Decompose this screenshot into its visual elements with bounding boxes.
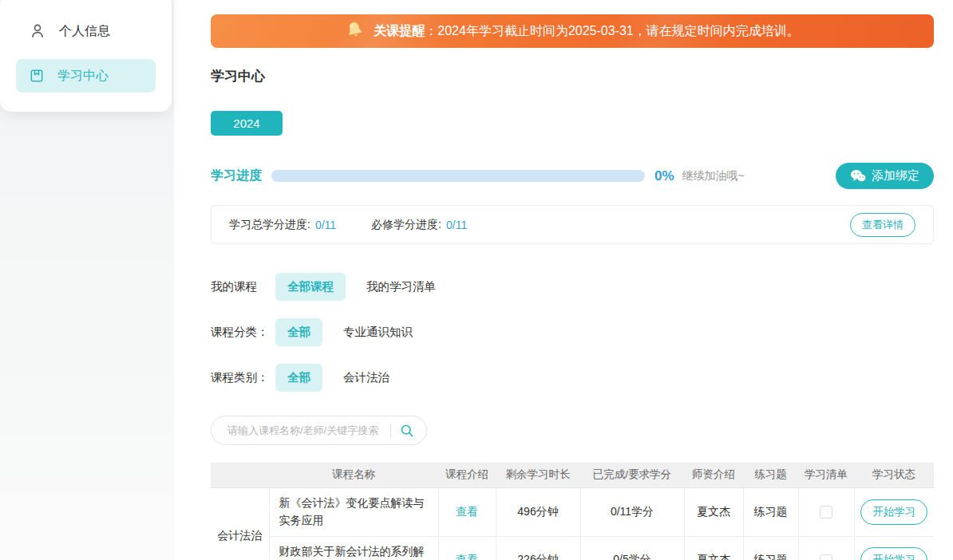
type-all-chip[interactable]: 全部 (275, 364, 322, 392)
search-divider (390, 424, 391, 438)
required-credit-value: 0/11 (446, 219, 467, 231)
type-option-accounting-law[interactable]: 会计法治 (343, 370, 390, 385)
progress-hint: 继续加油哦~ (682, 169, 745, 183)
category-cell: 会计法治 (211, 487, 269, 560)
credit-summary-box: 学习总学分进度: 0/11 必修学分进度: 0/11 查看详情 (211, 205, 934, 244)
search-icon (399, 423, 415, 439)
sidebar-item-personal-info[interactable]: 个人信息 (16, 14, 156, 48)
header-remaining-time: 剩余学习时长 (496, 463, 580, 487)
header-learning-status: 学习状态 (854, 463, 934, 487)
course-category-row: 课程分类： 全部 专业通识知识 (211, 318, 934, 346)
total-credit-label: 学习总学分进度: (229, 218, 310, 232)
learning-list-checkbox[interactable] (820, 554, 832, 560)
exercise-link[interactable]: 练习题 (754, 505, 788, 519)
start-learning-button[interactable]: 开始学习 (860, 547, 927, 560)
teacher-cell: 夏文杰 (684, 487, 743, 536)
teacher-cell: 夏文杰 (684, 536, 743, 560)
wechat-icon (850, 169, 866, 183)
sidebar-item-label: 学习中心 (57, 68, 109, 85)
progress-section: 学习进度 0% 继续加油哦~ 添加绑定 (211, 163, 934, 189)
add-binding-label: 添加绑定 (872, 168, 919, 183)
course-name-cell: 新《会计法》变化要点解读与实务应用 (269, 487, 438, 536)
header-exercises: 练习题 (743, 463, 798, 487)
progress-percent: 0% (654, 168, 674, 184)
tab-my-learning-list[interactable]: 我的学习清单 (366, 279, 436, 294)
tab-all-courses[interactable]: 全部课程 (275, 273, 346, 301)
page-title: 学习中心 (211, 67, 934, 85)
table-row: 会计法治 新《会计法》变化要点解读与实务应用 查看 496分钟 0/11学分 夏… (211, 487, 934, 536)
bell-icon (342, 18, 368, 46)
header-learning-list: 学习清单 (798, 463, 854, 487)
category-option-general[interactable]: 专业通识知识 (343, 325, 413, 340)
course-name-cell: 财政部关于新会计法的系列解读 (269, 536, 438, 560)
total-credit-value: 0/11 (315, 219, 336, 231)
person-icon (29, 22, 46, 40)
credits-cell: 0/5学分 (580, 536, 684, 560)
banner-text: 关课提醒：2024年学习截止时间为2025-03-31，请在规定时间内完成培训。 (374, 23, 799, 40)
my-courses-row: 我的课程 全部课程 我的学习清单 (211, 273, 934, 301)
sidebar-item-label: 个人信息 (59, 23, 110, 40)
search-button[interactable] (399, 423, 415, 439)
required-credit-label: 必修学分进度: (371, 218, 441, 232)
course-type-label: 课程类别： (211, 370, 275, 385)
credits-cell: 0/11学分 (580, 487, 684, 536)
header-course-intro: 课程介绍 (438, 463, 496, 487)
course-closing-banner: 关课提醒：2024年学习截止时间为2025-03-31，请在规定时间内完成培训。 (211, 14, 934, 48)
course-table: 课程名称 课程介绍 剩余学习时长 已完成/要求学分 师资介绍 练习题 学习清单 … (211, 463, 934, 560)
main-content: 关课提醒：2024年学习截止时间为2025-03-31，请在规定时间内完成培训。… (211, 0, 934, 560)
progress-bar (271, 170, 645, 182)
course-type-row: 课程类别： 全部 会计法治 (211, 364, 934, 392)
start-learning-button[interactable]: 开始学习 (860, 499, 927, 525)
remaining-time-cell: 226分钟 (496, 536, 580, 560)
my-courses-label: 我的课程 (211, 279, 275, 294)
exercise-link[interactable]: 练习题 (754, 553, 788, 560)
progress-label: 学习进度 (211, 168, 262, 184)
header-category (211, 463, 269, 487)
header-teacher: 师资介绍 (684, 463, 743, 487)
view-intro-link[interactable]: 查看 (456, 505, 478, 519)
table-header-row: 课程名称 课程介绍 剩余学习时长 已完成/要求学分 师资介绍 练习题 学习清单 … (211, 463, 934, 487)
banner-bold: 关课提醒 (374, 24, 425, 37)
sidebar: 个人信息 学习中心 (0, 0, 172, 112)
learning-list-checkbox[interactable] (820, 506, 832, 519)
header-credits: 已完成/要求学分 (580, 463, 684, 487)
add-binding-button[interactable]: 添加绑定 (836, 163, 934, 189)
bookmark-icon (29, 68, 45, 84)
header-course-name: 课程名称 (269, 463, 438, 487)
sidebar-item-learning-center[interactable]: 学习中心 (16, 59, 156, 93)
table-row: 财政部关于新会计法的系列解读 查看 226分钟 0/5学分 夏文杰 练习题 开始… (211, 536, 934, 560)
course-search-box (211, 416, 427, 445)
category-all-chip[interactable]: 全部 (275, 318, 322, 346)
search-input[interactable] (227, 424, 382, 436)
course-category-label: 课程分类： (211, 325, 275, 340)
year-tab-2024[interactable]: 2024 (211, 111, 283, 136)
view-intro-link[interactable]: 查看 (456, 553, 478, 560)
view-details-button[interactable]: 查看详情 (850, 213, 915, 237)
remaining-time-cell: 496分钟 (496, 487, 580, 536)
